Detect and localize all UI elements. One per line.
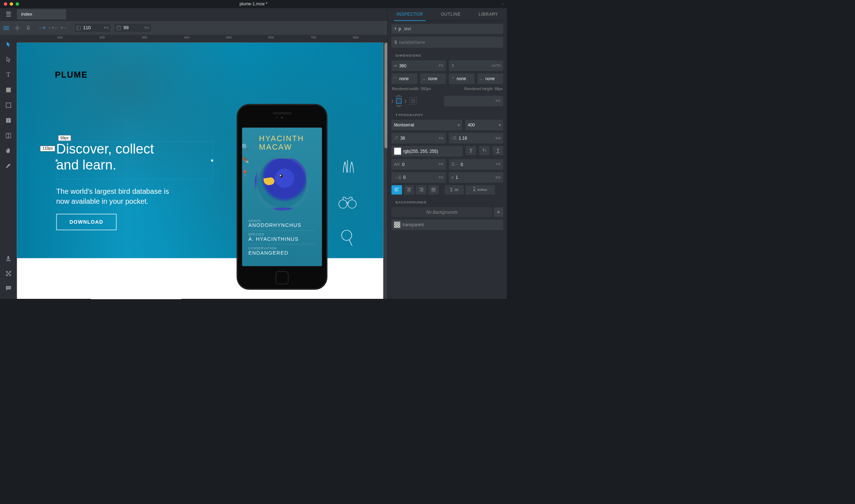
underline-toggle[interactable]: T — [493, 146, 503, 155]
text-tool[interactable]: T — [4, 71, 13, 79]
color-swatch[interactable] — [394, 148, 401, 155]
letter-spacing-icon: A|V — [394, 162, 400, 166]
svg-rect-12 — [9, 274, 11, 276]
word-spacing-input[interactable]: ☰→ 0 PX — [449, 159, 503, 170]
tab-library[interactable]: LIBRARY — [476, 8, 501, 21]
svg-point-14 — [8, 287, 9, 288]
rectangle-tool[interactable] — [4, 86, 13, 94]
target-icon[interactable] — [14, 25, 21, 30]
columns-input[interactable]: Σ28 — [445, 185, 463, 194]
line-height-icon: ↕☰ — [451, 136, 457, 140]
window-controls — [0, 2, 19, 6]
align-center[interactable] — [404, 185, 414, 194]
download-button[interactable]: DOWNLOAD — [56, 214, 117, 230]
bird-image — [255, 156, 310, 211]
hero-side-icons — [338, 157, 357, 248]
align-left[interactable] — [392, 185, 402, 194]
stamp-tool[interactable] — [4, 255, 13, 263]
letter-spacing-input[interactable]: A|V 0 PX — [392, 159, 446, 170]
direct-select-tool[interactable] — [4, 55, 13, 64]
line-height-input[interactable]: ↕☰ 1.18 EM — [449, 133, 503, 144]
rectangle-outline-tool[interactable] — [4, 101, 13, 109]
box-value-input[interactable]: PX — [444, 96, 503, 106]
dimensions-heading: DIMENSIONS — [392, 54, 503, 58]
comment-tool[interactable] — [4, 284, 13, 293]
inspector-panel: INSPECTOR OUTLINE LIBRARY T p .text $ va… — [388, 8, 507, 299]
horizontal-ruler[interactable]: 100 200 300 400 500 600 700 800 — [17, 35, 387, 42]
height-input[interactable]: ⇕ AUTO — [449, 61, 503, 71]
y-position-input[interactable]: 99 PX — [114, 24, 151, 32]
font-size-icon: ↕T — [394, 136, 398, 140]
snap-left-icon[interactable]: ×← — [61, 25, 67, 30]
align-right[interactable] — [416, 185, 427, 194]
width-input[interactable]: ⇔ 360 PX — [392, 61, 446, 71]
font-weight-select[interactable]: 400▾ — [465, 120, 503, 130]
font-size-input[interactable]: ↕T 38 PX — [392, 133, 446, 144]
indent-icon: →☰ — [394, 175, 401, 180]
tab-inspector[interactable]: INSPECTOR — [394, 8, 426, 21]
canvas-area: 100 200 300 400 500 600 700 800 PLUME 99… — [17, 35, 387, 299]
phone-species: SPECIES A. HYACINTHINUS — [248, 230, 316, 244]
add-background-button[interactable]: + — [494, 207, 503, 217]
close-window-icon[interactable] — [4, 2, 7, 6]
fullscreen-icon[interactable]: ⤢ — [501, 2, 504, 6]
svg-point-13 — [7, 287, 8, 288]
min-w-input[interactable]: ⌃none — [392, 73, 417, 84]
box-border-icon[interactable] — [410, 97, 417, 104]
max-w-input[interactable]: ⌄none — [420, 73, 446, 84]
svg-point-0 — [16, 27, 19, 29]
app-menu-icon[interactable]: ☰ — [0, 11, 17, 18]
svg-rect-2 — [117, 26, 121, 30]
eyedropper-tool[interactable] — [4, 162, 13, 170]
pin-icon[interactable] — [25, 25, 32, 30]
italic-toggle[interactable]: T — [466, 146, 476, 155]
indent-input[interactable]: →☰ 0 PX — [392, 172, 446, 183]
pixel-tool[interactable] — [4, 269, 13, 278]
document-tab[interactable]: index — [17, 9, 66, 19]
align-justify[interactable] — [428, 185, 439, 194]
site-logo: PLUME — [55, 70, 88, 80]
minimize-window-icon[interactable] — [10, 2, 13, 6]
snap-x-icon[interactable]: ↔× — [39, 25, 46, 30]
svg-rect-4 — [6, 103, 11, 108]
word-spacing-icon: ☰→ — [451, 162, 458, 167]
paragraph-spacing-input[interactable]: ≡ 1 EM — [449, 172, 503, 183]
no-backgrounds-placeholder: No Backgrounds — [392, 207, 492, 217]
chevron-down-icon: ▾ — [458, 123, 460, 128]
x-position-input[interactable]: 110 PX — [74, 24, 111, 32]
box-model-control: ‖ ‖ PX — [392, 95, 503, 107]
max-h-input[interactable]: ⌄none — [477, 73, 503, 84]
snap-center-icon[interactable]: →×← — [50, 25, 56, 30]
phone-pin-icon: 📍 — [242, 170, 249, 177]
box-content-icon[interactable] — [396, 98, 401, 104]
zoom-window-icon[interactable] — [16, 2, 19, 6]
width-icon: ⇔ — [394, 63, 397, 68]
text-input-tool[interactable] — [4, 131, 13, 140]
hero-headline[interactable]: Discover, collect and learn. — [56, 141, 154, 173]
x-ruler-icon — [77, 25, 81, 30]
svg-rect-3 — [6, 88, 11, 92]
select-tool[interactable] — [4, 40, 13, 49]
selector-display[interactable]: T p .text — [392, 24, 503, 34]
leaf-icon — [338, 157, 357, 176]
titlebar: plume-1.mcw * ⤢ — [0, 0, 507, 8]
column-rule-input[interactable]: x20/line — [465, 185, 495, 194]
phone-conservation: CONSERVATION ENDANGERED — [248, 244, 316, 258]
text-box-tool[interactable]: T — [4, 116, 13, 125]
min-h-input[interactable]: ⌃none — [449, 73, 475, 84]
bg-color-input[interactable]: transparent — [392, 219, 503, 230]
phone-search-icon: 🔍 — [242, 143, 249, 151]
design-canvas[interactable]: PLUME 99px 110px Discover, collect and l… — [17, 43, 383, 299]
phone-home-button — [275, 271, 289, 284]
variable-input[interactable]: $ variableName — [392, 37, 503, 48]
hand-tool[interactable] — [4, 147, 13, 155]
text-color-input[interactable]: rgb(255, 255, 255) — [392, 146, 463, 157]
stack-icon[interactable] — [3, 25, 10, 30]
svg-rect-10 — [9, 271, 11, 273]
phone-title: HYACINTH MACAW — [259, 134, 316, 151]
font-family-select[interactable]: Montserrat▾ — [392, 120, 462, 130]
height-icon: ⇕ — [451, 63, 455, 68]
smallcaps-toggle[interactable]: TT — [479, 146, 490, 155]
tab-outline[interactable]: OUTLINE — [439, 8, 463, 21]
panel-tabs: INSPECTOR OUTLINE LIBRARY — [388, 8, 507, 21]
